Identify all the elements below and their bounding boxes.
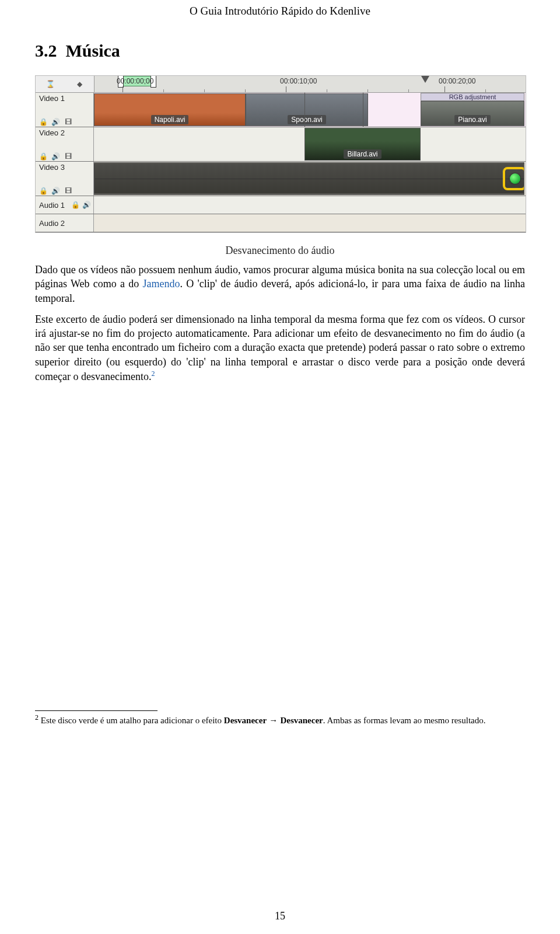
thumb-icon[interactable]: 🎞 bbox=[64, 187, 72, 194]
fn-text-b: . Ambas as formas levam ao mesmo resulta… bbox=[323, 716, 486, 725]
updown-icon[interactable]: ◆ bbox=[75, 81, 84, 88]
track-label: Audio 1 bbox=[39, 201, 69, 210]
doc-header: O Guia Introdutório Rápido do Kdenlive bbox=[35, 0, 525, 35]
section-heading: 3.2 Música bbox=[35, 41, 525, 61]
page-number: 15 bbox=[0, 910, 560, 922]
fade-handle[interactable] bbox=[510, 173, 520, 184]
fn-bold-2: Desvanecer bbox=[280, 716, 323, 725]
section-number: 3.2 bbox=[35, 41, 57, 60]
track-label: Video 1 bbox=[39, 94, 91, 103]
section-title: Música bbox=[66, 41, 120, 60]
paragraph-2: Este excerto de áudio poderá ser dimensi… bbox=[35, 312, 525, 384]
effect-rgb-adjustment[interactable]: RGB adjustment bbox=[421, 93, 524, 101]
clip-napoli[interactable]: Napoli.avi bbox=[94, 93, 246, 126]
clip-label: Piano.avi bbox=[454, 115, 490, 124]
footnote-2: 2 Este disco verde é um atalho para adic… bbox=[35, 713, 525, 727]
timeline-ruler[interactable]: ⌛ ◆ 00:00:00;00 00:00:10;00 00:00:20;00 bbox=[36, 76, 526, 93]
footnote-ref-2[interactable]: 2 bbox=[151, 370, 155, 378]
track-audio1: Audio 1 🔒 🔊 bbox=[36, 196, 526, 214]
p2-text: Este excerto de áudio poderá ser dimensi… bbox=[35, 313, 525, 382]
zoom-icon[interactable]: ⌛ bbox=[46, 81, 55, 88]
track-label: Audio 2 bbox=[39, 219, 91, 228]
lock-icon[interactable]: 🔒 bbox=[71, 201, 80, 209]
lock-icon[interactable]: 🔒 bbox=[39, 118, 48, 126]
footnote-rule bbox=[35, 710, 158, 711]
lock-icon[interactable]: 🔒 bbox=[39, 187, 48, 194]
track-label: Video 3 bbox=[39, 163, 91, 172]
thumb-icon[interactable]: 🎞 bbox=[64, 152, 72, 160]
fn-text-a: Este disco verde é um atalho para adicio… bbox=[38, 716, 224, 725]
lock-icon[interactable]: 🔒 bbox=[39, 152, 48, 160]
figure-caption: Desvanecimento do áudio bbox=[35, 245, 525, 257]
thumb-icon[interactable]: 🎞 bbox=[64, 118, 72, 126]
track-label: Video 2 bbox=[39, 128, 91, 137]
clip-spoon[interactable]: Spoon.avi bbox=[246, 93, 368, 126]
paragraph-1: Dado que os vídeos não possuem nenhum áu… bbox=[35, 263, 525, 305]
clip-billard[interactable]: Billard.avi bbox=[304, 128, 421, 161]
mute-icon[interactable]: 🔊 bbox=[82, 201, 91, 209]
mute-icon[interactable]: 🔊 bbox=[51, 152, 60, 160]
mute-icon[interactable]: 🔊 bbox=[51, 187, 60, 194]
clip-label: Billard.avi bbox=[344, 149, 381, 159]
clip-piano[interactable]: Piano.avi bbox=[421, 101, 524, 126]
mute-icon[interactable]: 🔊 bbox=[51, 118, 60, 126]
track-audio2: Audio 2 bbox=[36, 214, 526, 232]
track-video3: Video 3 🔒 🔊 🎞 04 - Dragon Dance.mp3 bbox=[36, 162, 526, 196]
timecode-2: 00:00:20;00 bbox=[439, 77, 475, 85]
clip-label: Napoli.avi bbox=[151, 115, 189, 124]
clip-dragon-dance[interactable]: 04 - Dragon Dance.mp3 bbox=[94, 162, 524, 195]
clip-label: Spoon.avi bbox=[288, 115, 326, 124]
track-video1: Video 1 🔒 🔊 🎞 RGB adjustment Napoli.avi … bbox=[36, 93, 526, 127]
link-jamendo[interactable]: Jamendo bbox=[142, 278, 180, 290]
arrow-icon: → bbox=[267, 715, 280, 725]
fn-bold-1: Desvanecer bbox=[224, 716, 267, 725]
playhead[interactable] bbox=[421, 76, 429, 83]
timecode-0: 00:00:00;00 bbox=[117, 77, 153, 85]
timecode-1: 00:00:10;00 bbox=[280, 77, 317, 85]
track-video2: Video 2 🔒 🔊 🎞 Billard.avi bbox=[36, 127, 526, 162]
timeline: ⌛ ◆ 00:00:00;00 00:00:10;00 00:00:20;00 bbox=[35, 75, 526, 233]
